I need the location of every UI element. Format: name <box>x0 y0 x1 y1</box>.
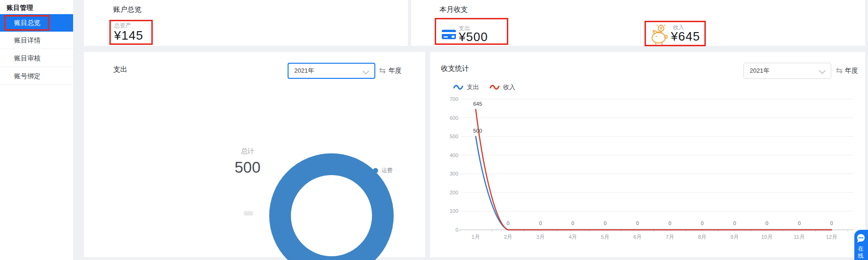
svg-text:645: 645 <box>473 101 482 107</box>
svg-text:0: 0 <box>830 220 833 226</box>
sidebar-item-label: 账号绑定 <box>14 72 41 80</box>
annotation-box-total-assets <box>109 20 153 45</box>
svg-text:11月: 11月 <box>794 234 804 240</box>
kpi-divider <box>640 23 641 44</box>
svg-text:0: 0 <box>539 220 542 226</box>
donut-center-label: 总计 <box>200 147 295 156</box>
svg-text:5月: 5月 <box>601 234 610 240</box>
svg-text:500: 500 <box>473 128 482 134</box>
svg-text:12月: 12月 <box>826 234 837 240</box>
svg-text:400: 400 <box>450 152 458 158</box>
online-service-label: 在线客服 <box>854 245 867 260</box>
svg-text:0: 0 <box>733 220 736 226</box>
svg-text:8月: 8月 <box>698 234 706 240</box>
expense-year-select[interactable]: 2021年 <box>288 63 375 79</box>
svg-text:7月: 7月 <box>666 234 674 240</box>
account-overview-panel: 账户总览 总资产 ¥145 <box>84 0 408 46</box>
svg-text:0: 0 <box>455 227 458 233</box>
svg-text:0: 0 <box>507 220 510 226</box>
expense-period-label: 年度 <box>389 67 402 75</box>
annotation-box-sidebar-selected <box>4 15 50 31</box>
sidebar-item-2[interactable]: 账目审核 <box>0 50 73 67</box>
svg-text:10月: 10月 <box>761 234 772 240</box>
svg-text:1月: 1月 <box>471 234 480 240</box>
sidebar: 账目管理 账目总览账目详情账目审核账号绑定 <box>0 0 73 260</box>
svg-text:200: 200 <box>450 190 458 195</box>
legend-dot-icon <box>373 168 378 173</box>
annotation-box-income <box>645 21 706 46</box>
svg-text:0: 0 <box>669 220 671 226</box>
svg-text:4月: 4月 <box>569 234 577 240</box>
annotation-box-expense <box>435 18 508 45</box>
donut-legend-item[interactable]: 运费 <box>373 167 393 175</box>
account-overview-title: 账户总览 <box>113 5 141 14</box>
svg-text:0: 0 <box>636 220 639 226</box>
svg-text:2月: 2月 <box>504 234 513 240</box>
sidebar-item-1[interactable]: 账目详情 <box>0 32 73 49</box>
svg-text:100: 100 <box>450 208 458 214</box>
income-expense-line-chart[interactable]: 01002003004005006007001月2月3月4月5月6月7月8月9月… <box>430 52 865 257</box>
svg-text:0: 0 <box>571 220 574 226</box>
svg-text:6月: 6月 <box>633 234 642 240</box>
svg-text:0: 0 <box>701 220 703 226</box>
svg-text:3月: 3月 <box>536 234 545 240</box>
sidebar-title: 账目管理 <box>7 4 33 12</box>
online-service-tab[interactable]: 在线客服 <box>854 230 868 260</box>
expense-chart-title: 支出 <box>113 65 127 74</box>
swap-period-icon[interactable]: ⇆ <box>379 67 386 75</box>
monthly-summary-title: 本月收支 <box>439 5 468 14</box>
svg-text:0: 0 <box>766 220 769 226</box>
chevron-down-icon <box>363 68 369 75</box>
expense-year-select-value: 2021年 <box>294 67 314 74</box>
sidebar-item-label: 账目审核 <box>14 54 41 62</box>
svg-text:0: 0 <box>798 220 801 226</box>
svg-text:300: 300 <box>450 171 458 176</box>
svg-text:500: 500 <box>450 134 458 139</box>
donut-legend-label: 运费 <box>381 167 393 175</box>
sidebar-item-label: 账目详情 <box>14 36 41 44</box>
svg-text:700: 700 <box>450 96 458 102</box>
svg-text:9月: 9月 <box>730 234 739 240</box>
svg-text:600: 600 <box>450 115 458 121</box>
chat-bubble-icon <box>857 234 865 243</box>
expense-chart-panel: 支出 2021年 ⇆ 年度 总计 500 500 运费 <box>84 52 425 257</box>
svg-text:0: 0 <box>603 220 606 226</box>
sidebar-item-3[interactable]: 账号绑定 <box>0 67 73 85</box>
donut-center-value: 500 <box>200 159 295 176</box>
monthly-summary-panel: 本月收支 支出 ¥500 收入 ¥645 <box>411 0 865 46</box>
stats-panel: 收支统计 2021年 ⇆ 年度 支出 收入 010020030040050060… <box>430 52 865 257</box>
donut-slice-label: 500 <box>239 210 258 216</box>
